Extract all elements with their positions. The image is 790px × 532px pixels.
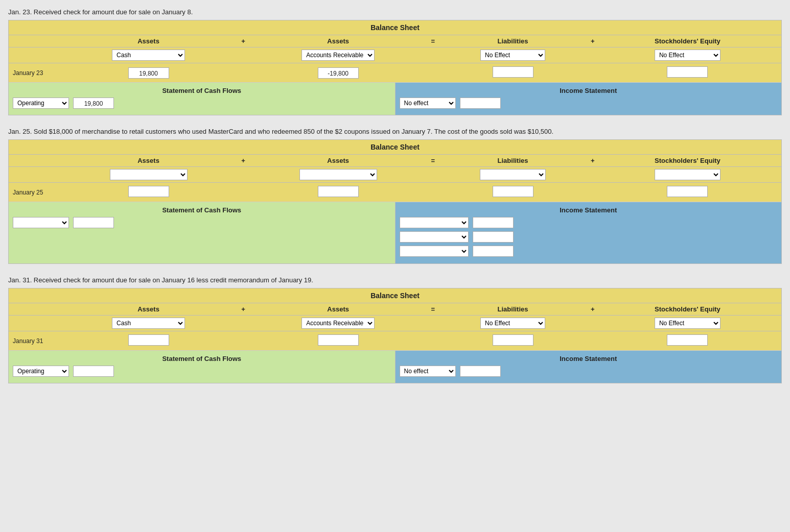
jan25-plus1: + (238, 157, 248, 164)
jan25-row-label: January 25 (13, 189, 59, 196)
jan23-scenario: Jan. 23. Received check for amount due f… (8, 8, 782, 16)
jan31-inc-row: No effect Revenue Expense (400, 366, 778, 377)
jan23-liab-select[interactable]: No Effect Accounts Payable (480, 50, 545, 61)
jan31-assets2-select[interactable]: Accounts Receivable Cash No Effect (301, 318, 375, 329)
jan31-liab-val (493, 334, 533, 346)
jan31-values-row: January 31 (9, 331, 781, 351)
jan31-table: Balance Sheet Assets + Assets = Liabilit… (8, 288, 782, 383)
jan25-income: Income Statement Revenue Cost of Goods S… (396, 202, 782, 263)
jan25-inc-val3 (473, 246, 514, 257)
jan31-inc-select[interactable]: No effect Revenue Expense (400, 366, 456, 377)
jan23-assets1-val: 19,800 (128, 67, 169, 79)
jan31-cf-select[interactable]: Operating Investing Financing (13, 366, 69, 377)
jan25-scenario: Jan. 25. Sold $18,000 of merchandise to … (8, 128, 782, 135)
jan25-inc-row3: Revenue Cost of Goods Sold Gross Profit … (400, 246, 778, 257)
jan25-dropdowns-row: Cash Accounts Receivable No Effect Merch… (9, 167, 781, 183)
jan31-inc-header: Income Statement (400, 355, 778, 362)
jan23-inc-select[interactable]: No effect Revenue Expense (400, 98, 456, 109)
jan25-cf-val (73, 217, 114, 228)
jan23-cf-val: 19,800 (73, 98, 114, 109)
jan31-bottom-row: Statement of Cash Flows Operating Invest… (9, 351, 781, 383)
jan23-equity-val (667, 66, 708, 78)
jan31-inc-val (460, 366, 501, 377)
jan31-cf-header: Statement of Cash Flows (13, 355, 391, 362)
jan23-labels-row: Assets + Assets = Liabilities + Stockhol… (9, 35, 781, 47)
jan31-dropdowns-row: Cash Accounts Receivable No Effect Accou… (9, 316, 781, 331)
jan31-assets2-val (318, 334, 359, 346)
jan25-labels-row: Assets + Assets = Liabilities + Stockhol… (9, 155, 781, 167)
jan25-inc-select1[interactable]: Revenue Cost of Goods Sold Gross Profit … (400, 217, 469, 228)
jan23-inc-header: Income Statement (400, 87, 778, 94)
jan23-liab-label: Liabilities (438, 37, 588, 45)
jan25-assets2-val (318, 186, 359, 197)
jan23-bottom-row: Statement of Cash Flows Operating Invest… (9, 83, 781, 115)
jan25-equity-val (667, 186, 708, 197)
jan31-income: Income Statement No effect Revenue Expen… (396, 351, 782, 383)
jan23-cf-row: Operating Investing Financing 19,800 (13, 98, 391, 109)
jan25-cf-row: Operating Investing Financing (13, 217, 391, 228)
jan23-inc-row: No effect Revenue Expense (400, 98, 778, 109)
jan25-assets1-select[interactable]: Cash Accounts Receivable No Effect Merch… (110, 169, 188, 180)
jan23-eq: = (428, 37, 438, 45)
jan31-assets1-select[interactable]: Cash Accounts Receivable No Effect (112, 318, 185, 329)
jan31-cf-val (73, 366, 114, 377)
jan25-liab-val (493, 186, 533, 197)
jan25-plus2: + (588, 157, 598, 164)
jan31-assets2-label: Assets (248, 305, 428, 313)
jan31-cashflow: Statement of Cash Flows Operating Invest… (9, 351, 396, 383)
jan31-equity-select[interactable]: No Effect Retained Earnings (655, 318, 721, 329)
jan23-assets1-select[interactable]: Cash Accounts Receivable No Effect (112, 50, 185, 61)
jan25-eq: = (428, 157, 438, 164)
jan31-bs-header: Balance Sheet (9, 288, 781, 303)
jan25-assets1-label: Assets (59, 157, 238, 164)
jan31-liab-select[interactable]: No Effect Accounts Payable (480, 318, 545, 329)
jan31-scenario: Jan. 31. Received check for amount due f… (8, 276, 782, 284)
jan23-table: Balance Sheet Assets + Assets = Liabilit… (8, 20, 782, 115)
jan31-eq: = (428, 305, 438, 313)
jan31-plus1: + (238, 305, 248, 313)
jan25-inc-row2: Revenue Cost of Goods Sold Gross Profit … (400, 231, 778, 243)
jan31-equity-label: Stockholders' Equity (598, 305, 777, 313)
jan23-assets2-val: -19,800 (318, 67, 359, 79)
jan25-inc-header: Income Statement (400, 206, 778, 214)
jan23-equity-select[interactable]: No Effect Retained Earnings (655, 50, 721, 61)
jan31-row-label: January 31 (13, 337, 59, 345)
jan25-assets1-val (128, 186, 169, 197)
jan23-row-label: January 23 (13, 69, 59, 77)
jan25-equity-select[interactable]: No Effect Retained Earnings (655, 169, 721, 180)
jan25-equity-label: Stockholders' Equity (598, 157, 777, 164)
jan23-values-row: January 23 19,800 -19,800 (9, 63, 781, 83)
jan25-inc-row1: Revenue Cost of Goods Sold Gross Profit … (400, 217, 778, 228)
jan23-assets2-label: Assets (248, 37, 428, 45)
jan25-cashflow: Statement of Cash Flows Operating Invest… (9, 202, 396, 263)
jan25-assets2-label: Assets (248, 157, 428, 164)
jan25-inc-val1 (473, 217, 514, 228)
jan31-liab-label: Liabilities (438, 305, 588, 313)
jan23-cf-select[interactable]: Operating Investing Financing (13, 98, 69, 109)
jan23-equity-label: Stockholders' Equity (598, 37, 777, 45)
jan31-assets1-label: Assets (59, 305, 238, 313)
jan31-assets1-val (128, 334, 169, 346)
jan25-liab-select[interactable]: No Effect Accounts Payable Deferred Reve… (480, 169, 546, 180)
jan23-inc-val (460, 98, 501, 109)
jan25-inc-select3[interactable]: Revenue Cost of Goods Sold Gross Profit … (400, 246, 469, 257)
jan25-cf-select[interactable]: Operating Investing Financing (13, 217, 69, 228)
jan31-cf-row: Operating Investing Financing (13, 366, 391, 377)
jan23-liab-val (493, 66, 533, 78)
jan25-values-row: January 25 (9, 183, 781, 202)
jan23-income: Income Statement No effect Revenue Expen… (396, 83, 782, 115)
jan31-labels-row: Assets + Assets = Liabilities + Stockhol… (9, 303, 781, 316)
jan25-bottom-row: Statement of Cash Flows Operating Invest… (9, 202, 781, 263)
jan25-inc-select2[interactable]: Revenue Cost of Goods Sold Gross Profit … (400, 231, 469, 243)
jan23-plus1: + (238, 37, 248, 45)
jan25-assets2-select[interactable]: Cash Accounts Receivable No Effect Merch… (299, 169, 377, 180)
jan25-liab-label: Liabilities (438, 157, 588, 164)
jan23-cf-header: Statement of Cash Flows (13, 87, 391, 94)
jan25-cf-header: Statement of Cash Flows (13, 206, 391, 214)
jan25-table: Balance Sheet Assets + Assets = Liabilit… (8, 139, 782, 264)
jan23-assets1-label: Assets (59, 37, 238, 45)
jan31-equity-val (667, 334, 708, 346)
jan23-assets2-select[interactable]: Accounts Receivable Cash No Effect (301, 50, 375, 61)
jan23-cashflow: Statement of Cash Flows Operating Invest… (9, 83, 396, 115)
jan23-dropdowns-row: Cash Accounts Receivable No Effect Accou… (9, 47, 781, 63)
